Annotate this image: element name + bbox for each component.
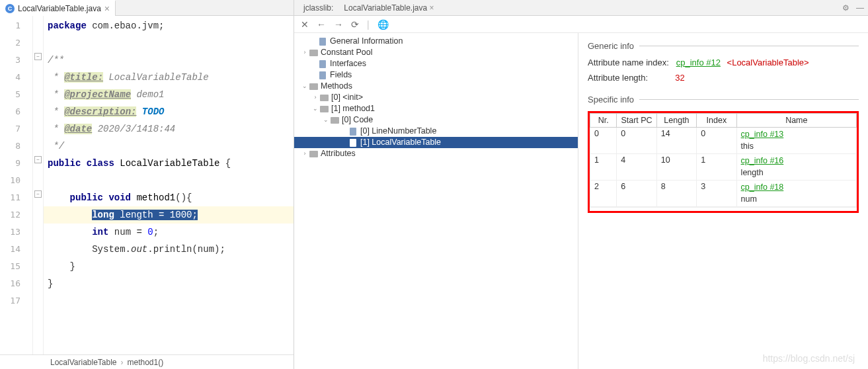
cp-link[interactable]: cp_info #13 <box>741 130 784 139</box>
code-line[interactable]: * @description: TODO <box>44 103 294 120</box>
tab-jclasslib[interactable]: jclasslib: <box>298 0 338 16</box>
localvar-table-highlight: Nr.Start PCLengthIndexName 00140cp_info … <box>588 111 859 213</box>
jclasslib-panel: jclasslib: LocalVariableTable.java × ⚙ —… <box>294 0 868 369</box>
tree-node[interactable]: ›Attributes <box>294 148 578 159</box>
cp-link[interactable]: cp_info #18 <box>741 183 784 192</box>
file-icon <box>319 60 326 68</box>
class-tree[interactable]: General Information›Constant PoolInterfa… <box>294 33 578 369</box>
table-row[interactable]: 14101cp_info #16length <box>590 154 857 181</box>
breadcrumb-method[interactable]: method1() <box>128 358 164 367</box>
code-line[interactable]: } <box>44 275 294 292</box>
jclasslib-toolbar: ✕ ← → ⟳ | 🌐 <box>294 16 868 33</box>
code-line[interactable]: * @date 2020/3/1418:44 <box>44 120 294 138</box>
fold-marker[interactable]: − <box>34 156 42 163</box>
code-line[interactable]: } <box>44 258 294 275</box>
attr-name-desc: <LocalVariableTable> <box>727 58 809 67</box>
tree-node[interactable]: Interfaces <box>294 58 578 69</box>
fold-column: − − − <box>33 16 44 354</box>
folder-icon <box>320 106 329 112</box>
breadcrumb: LocalVariableTable › method1() <box>0 354 294 369</box>
java-class-icon: C <box>5 4 15 13</box>
chevron-right-icon: › <box>121 358 124 367</box>
fold-marker[interactable]: − <box>34 190 42 198</box>
right-tab-bar: jclasslib: LocalVariableTable.java × ⚙ — <box>294 0 868 16</box>
fold-marker[interactable]: − <box>34 53 42 60</box>
minimize-icon[interactable]: — <box>856 3 864 13</box>
table-row[interactable]: 2683cp_info #18num <box>590 181 857 207</box>
tree-node[interactable]: [1] LocalVariableTable <box>294 137 578 148</box>
editor-tab-label: LocalVariableTable.java <box>18 4 101 13</box>
info-panel: Generic info Attribute name index: cp_in… <box>578 33 868 369</box>
breadcrumb-class[interactable]: LocalVariableTable <box>50 358 117 367</box>
tree-node[interactable]: ›Constant Pool <box>294 47 578 58</box>
table-header: Name <box>736 114 856 128</box>
code-line[interactable] <box>44 292 294 309</box>
code-line[interactable] <box>44 34 294 52</box>
line-gutter: 1234567891011121314151617 <box>0 16 33 354</box>
table-header: Index <box>697 114 736 128</box>
file-icon <box>350 128 356 136</box>
code-line[interactable]: * @projectName demo1 <box>44 86 294 103</box>
attr-len-label: Attribute length: <box>588 73 648 83</box>
file-icon <box>350 139 356 147</box>
code-line[interactable] <box>44 172 294 189</box>
file-icon <box>319 71 326 79</box>
attr-len-value: 32 <box>675 73 684 83</box>
editor-panel: C LocalVariableTable.java × 123456789101… <box>0 0 294 369</box>
tree-node[interactable]: Fields <box>294 69 578 81</box>
tree-node[interactable]: ›[0] <init> <box>294 92 578 103</box>
code-line[interactable]: int num = 0; <box>44 224 294 241</box>
table-header: Start PC <box>617 114 656 128</box>
tree-node[interactable]: General Information <box>294 36 578 47</box>
close-icon[interactable]: ✕ <box>301 19 309 30</box>
folder-icon <box>320 95 329 101</box>
code-line[interactable]: */ <box>44 138 294 155</box>
code-line[interactable]: long length = 1000; <box>44 206 294 224</box>
folder-icon <box>309 151 318 157</box>
code-line[interactable]: public void method1(){ <box>44 189 294 206</box>
code-line[interactable]: public class LocalVariableTable { <box>44 155 294 172</box>
code-line[interactable]: System.out.println(num); <box>44 241 294 258</box>
attr-name-label: Attribute name index: <box>588 58 669 67</box>
gear-icon[interactable]: ⚙ <box>842 3 849 13</box>
tree-node[interactable]: ⌄[0] Code <box>294 114 578 126</box>
globe-icon[interactable]: 🌐 <box>377 19 389 30</box>
close-icon[interactable]: × <box>104 3 110 14</box>
folder-icon <box>309 83 318 90</box>
editor-tab-bar: C LocalVariableTable.java × <box>0 0 294 16</box>
watermark: https://blog.csdn.net/sj <box>763 353 855 364</box>
table-header: Length <box>656 114 696 128</box>
specific-info-title: Specific info <box>588 95 634 104</box>
folder-icon <box>309 50 318 56</box>
folder-icon <box>331 117 339 124</box>
attr-name-link[interactable]: cp_info #12 <box>676 58 721 67</box>
code-line[interactable]: package com.ebao.jvm; <box>44 17 294 34</box>
tree-node[interactable]: ⌄[1] method1 <box>294 103 578 114</box>
table-row[interactable]: 00140cp_info #13this <box>590 128 857 154</box>
file-icon <box>319 38 326 46</box>
back-icon[interactable]: ← <box>317 19 326 30</box>
cp-link[interactable]: cp_info #16 <box>741 156 784 165</box>
editor-tab[interactable]: C LocalVariableTable.java × <box>0 0 116 16</box>
table-header: Nr. <box>590 114 617 128</box>
tree-node[interactable]: [0] LineNumberTable <box>294 126 578 137</box>
generic-info-title: Generic info <box>588 41 634 51</box>
code-line[interactable]: /** <box>44 52 294 69</box>
code-lines[interactable]: package com.ebao.jvm;/** * @title: Local… <box>44 16 294 354</box>
tree-node[interactable]: ⌄Methods <box>294 81 578 92</box>
code-line[interactable]: * @title: LocalVariableTable <box>44 69 294 86</box>
tab-file[interactable]: LocalVariableTable.java × <box>338 0 439 16</box>
refresh-icon[interactable]: ⟳ <box>351 19 359 30</box>
forward-icon[interactable]: → <box>334 19 343 30</box>
close-icon[interactable]: × <box>430 3 434 13</box>
code-editor[interactable]: 1234567891011121314151617 − − − package … <box>0 16 294 354</box>
localvar-table: Nr.Start PCLengthIndexName 00140cp_info … <box>590 113 857 207</box>
